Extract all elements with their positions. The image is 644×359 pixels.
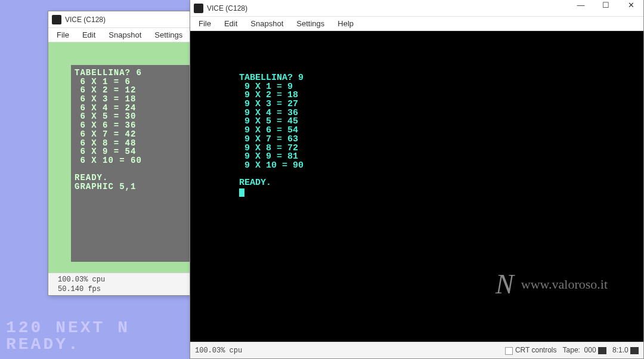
status-cpu: 100.03% cpu bbox=[58, 276, 105, 285]
menubar-front: File Edit Snapshot Settings Help bbox=[190, 17, 643, 31]
minimize-button[interactable]: — bbox=[568, 0, 593, 10]
disk-status: 8:1.0 bbox=[612, 346, 639, 354]
emulator-viewport-80col[interactable]: TABELLINA? 9 9 X 1 = 9 9 X 2 = 18 9 X 3 … bbox=[190, 31, 643, 342]
menu-snapshot[interactable]: Snapshot bbox=[246, 18, 288, 29]
checkbox-icon bbox=[505, 347, 513, 355]
tape-icon bbox=[598, 347, 606, 354]
window-title: VICE (C128) bbox=[207, 4, 247, 13]
tape-status: Tape: 000 bbox=[563, 346, 606, 354]
menu-edit[interactable]: Edit bbox=[78, 29, 100, 41]
window-title: VICE (C128) bbox=[65, 16, 106, 24]
text-cursor bbox=[239, 188, 244, 197]
background-c64-text-bottom: 120 NEXT N READY. bbox=[6, 320, 130, 353]
maximize-button[interactable]: ☐ bbox=[593, 0, 618, 10]
status-fps: 50.140 fps bbox=[58, 285, 101, 295]
menu-snapshot[interactable]: Snapshot bbox=[104, 29, 146, 41]
menu-settings[interactable]: Settings bbox=[150, 29, 187, 41]
app-icon bbox=[194, 4, 203, 13]
c128-80col-output: TABELLINA? 9 9 X 1 = 9 9 X 2 = 18 9 X 3 … bbox=[239, 74, 304, 197]
menu-file[interactable]: File bbox=[52, 29, 74, 41]
statusbar-front: 100.03% cpu CRT controls Tape: 000 8:1.0 bbox=[190, 342, 643, 358]
menu-edit[interactable]: Edit bbox=[219, 18, 242, 29]
disk-icon bbox=[630, 347, 639, 354]
menu-help[interactable]: Help bbox=[333, 18, 358, 29]
app-icon bbox=[52, 15, 61, 24]
close-button[interactable]: ✕ bbox=[618, 0, 643, 10]
watermark: N www.valoroso.it bbox=[496, 268, 608, 300]
watermark-url: www.valoroso.it bbox=[521, 277, 608, 292]
watermark-logo: N bbox=[496, 268, 514, 300]
status-cpu: 100.03% cpu bbox=[195, 346, 242, 355]
menu-settings[interactable]: Settings bbox=[292, 18, 329, 29]
vice-window-front: VICE (C128) — ☐ ✕ File Edit Snapshot Set… bbox=[190, 0, 644, 359]
window-controls: — ☐ ✕ bbox=[568, 0, 643, 10]
crt-controls-toggle[interactable]: CRT controls bbox=[505, 346, 557, 354]
titlebar-front[interactable]: VICE (C128) — ☐ ✕ bbox=[190, 0, 643, 17]
menu-file[interactable]: File bbox=[194, 18, 216, 29]
